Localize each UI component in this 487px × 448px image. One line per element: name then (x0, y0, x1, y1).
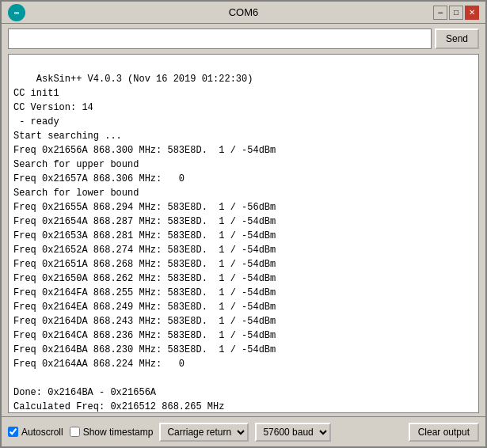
send-button[interactable]: Send (435, 28, 479, 49)
autoscroll-label[interactable]: Autoscroll (8, 427, 63, 438)
title-bar-left: ∞ (8, 4, 25, 21)
autoscroll-checkbox[interactable] (8, 427, 18, 437)
input-row: Send (2, 24, 485, 54)
timestamp-checkbox[interactable] (70, 427, 80, 437)
title-bar-controls: − □ ✕ (433, 6, 479, 20)
status-bar: Autoscroll Show timestamp No line ending… (2, 416, 485, 446)
title-bar: ∞ COM6 − □ ✕ (2, 2, 485, 24)
restore-button[interactable]: □ (449, 6, 463, 20)
timestamp-label[interactable]: Show timestamp (70, 427, 154, 438)
arduino-logo-icon: ∞ (8, 4, 25, 21)
baud-rate-select[interactable]: 300 1200 2400 4800 9600 19200 38400 5760… (255, 423, 331, 442)
window-title: COM6 (229, 6, 259, 18)
main-window: ∞ COM6 − □ ✕ Send AskSin++ V4.0.3 (Nov 1… (0, 0, 487, 448)
minimize-button[interactable]: − (433, 6, 447, 20)
serial-input[interactable] (8, 28, 432, 49)
terminal-output: AskSin++ V4.0.3 (Nov 16 2019 01:22:30) C… (8, 54, 479, 413)
line-ending-select[interactable]: No line ending Newline Carriage return B… (159, 423, 249, 442)
clear-output-button[interactable]: Clear output (409, 423, 479, 442)
close-button[interactable]: ✕ (465, 6, 479, 20)
